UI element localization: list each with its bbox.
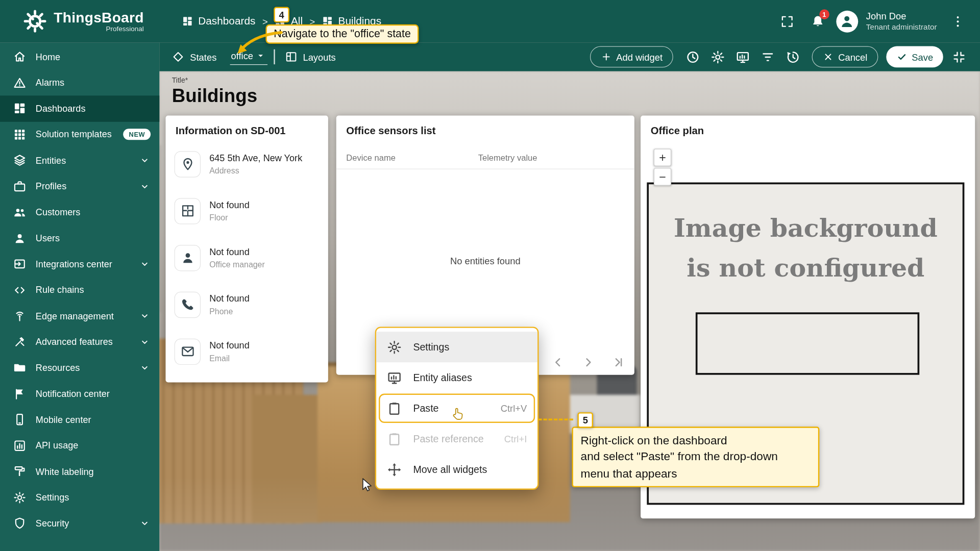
context-menu-move-all-widgets[interactable]: Move all widgets	[376, 454, 537, 485]
sidebar-item-profiles[interactable]: Profiles	[0, 173, 159, 199]
thingsboard-logo-icon	[22, 9, 47, 34]
plus-icon	[601, 51, 612, 62]
check-icon	[896, 51, 908, 62]
breadcrumb-dashboards[interactable]: Dashboards	[182, 15, 255, 27]
annotation-step-number: 5	[577, 412, 593, 428]
sidebar-nav: Home Alarms Dashboards Solution template…	[0, 42, 159, 551]
column-telemetry-value: Telemetry value	[478, 153, 537, 162]
sidebar-item-customers[interactable]: Customers	[0, 199, 159, 226]
gear-icon	[387, 340, 402, 355]
sidebar-item-white-labeling[interactable]: White labeling	[0, 459, 159, 485]
folder-icon	[13, 361, 27, 374]
alarm-warning-icon	[13, 76, 27, 89]
context-menu-settings[interactable]: Settings	[376, 332, 537, 362]
top-header: ThingsBoard Professional Dashboards > Al…	[0, 0, 980, 42]
more-menu-button[interactable]	[945, 9, 970, 34]
zoom-in-button[interactable]: +	[654, 148, 671, 166]
next-page-button[interactable]	[581, 355, 596, 370]
sidebar-item-alarms[interactable]: Alarms	[0, 70, 159, 96]
sidebar-item-edge-management[interactable]: Edge management	[0, 303, 159, 329]
sidebar-item-dashboards[interactable]: Dashboards	[0, 95, 159, 121]
notifications-button[interactable]: 1	[805, 9, 830, 34]
antenna-icon	[13, 309, 27, 322]
save-button[interactable]: Save	[886, 46, 943, 68]
main-area: States office Layouts Add widget	[159, 42, 980, 551]
integration-icon	[13, 258, 27, 271]
email-icon	[180, 344, 194, 359]
toolbar-actions: Add widget	[590, 44, 971, 69]
info-row-email: Not found Email	[165, 328, 328, 375]
sidebar-item-entities[interactable]: Entities	[0, 147, 159, 173]
brand-edition: Professional	[54, 26, 143, 33]
sidebar-item-home[interactable]: Home	[0, 44, 159, 70]
sidebar-item-users[interactable]: Users	[0, 225, 159, 251]
thingsboard-app: ThingsBoard Professional Dashboards > Al…	[0, 0, 980, 551]
chevron-down-icon	[139, 181, 151, 192]
title-field-label: Title*	[172, 76, 257, 84]
sidebar-item-api-usage[interactable]: API usage	[0, 433, 159, 459]
clock-icon	[685, 49, 700, 64]
entities-layers-icon	[13, 154, 27, 167]
annotation-connector-line	[538, 418, 573, 420]
sidebar-item-solution-templates[interactable]: Solution templates NEW	[0, 121, 159, 147]
chevron-down-icon	[139, 310, 151, 322]
entity-aliases-button[interactable]	[730, 44, 755, 69]
widget-information[interactable]: Information on SD-001 645 5th Ave, New Y…	[165, 116, 328, 383]
dashboard-canvas: Title* Buildings Information on SD-001 6…	[159, 71, 980, 551]
cancel-button[interactable]: Cancel	[812, 46, 878, 68]
info-row-office-manager: Not found Office manager	[165, 234, 328, 281]
sidebar-item-notification-center[interactable]: Notification center	[0, 381, 159, 407]
mouse-cursor-icon	[358, 476, 376, 493]
column-device-name: Device name	[346, 153, 478, 162]
person-icon	[13, 232, 27, 245]
shortcut-label: Ctrl+I	[504, 434, 527, 444]
dashboard-context-menu: Settings Entity aliases Paste Ctrl+V Pas…	[375, 327, 539, 490]
new-badge: NEW	[124, 129, 151, 140]
layouts-button[interactable]: Layouts	[285, 51, 336, 63]
sidebar-item-security[interactable]: Security	[0, 510, 159, 536]
table-header-row: Device name Telemetry value	[336, 143, 634, 169]
sidebar-item-resources[interactable]: Resources	[0, 355, 159, 381]
context-menu-paste[interactable]: Paste Ctrl+V	[376, 393, 537, 423]
clipboard-icon	[387, 432, 402, 446]
bar-chart-icon	[13, 439, 27, 453]
timewindow-button[interactable]	[680, 44, 705, 69]
history-icon	[786, 49, 800, 64]
sidebar-item-mobile-center[interactable]: Mobile center	[0, 407, 159, 433]
annotation-step5-text: Right-click on the dashboard and select …	[572, 427, 819, 487]
sidebar-item-settings[interactable]: Settings	[0, 485, 159, 511]
user-avatar[interactable]	[836, 10, 858, 32]
last-page-button[interactable]	[610, 355, 625, 370]
sidebar-item-advanced-features[interactable]: Advanced features	[0, 329, 159, 355]
shield-icon	[13, 517, 27, 530]
chevron-down-icon	[139, 336, 151, 347]
sidebar-item-rule-chains[interactable]: Rule chains	[0, 277, 159, 303]
smartphone-icon	[13, 413, 27, 427]
home-icon	[13, 50, 27, 63]
user-role: Tenant administrator	[866, 22, 937, 32]
dashboard-settings-button[interactable]	[705, 44, 730, 69]
previous-page-button[interactable]	[551, 355, 566, 370]
filters-button[interactable]	[755, 44, 780, 69]
empty-state-text: No entities found	[336, 256, 634, 266]
dashboard-title-field[interactable]: Title* Buildings	[172, 76, 257, 106]
add-widget-button[interactable]: Add widget	[590, 46, 673, 68]
annotation-step4-text: Navigate to the "office" state	[265, 24, 419, 44]
version-history-button[interactable]	[780, 44, 805, 69]
zoom-out-button[interactable]: −	[654, 168, 671, 185]
user-info: John Doe Tenant administrator	[866, 11, 937, 32]
chevron-down-icon	[139, 258, 151, 270]
chevron-down-icon	[139, 155, 151, 166]
context-menu-paste-reference[interactable]: Paste reference Ctrl+I	[376, 423, 537, 454]
notification-count-badge: 1	[819, 9, 829, 19]
info-row-address: 645 5th Ave, New York Address	[165, 141, 328, 188]
widget-title: Office plan	[641, 116, 975, 141]
fullscreen-button[interactable]	[775, 9, 800, 34]
map-zoom-controls: + −	[654, 148, 671, 185]
chevron-down-icon	[139, 517, 151, 529]
layouts-icon	[285, 51, 297, 63]
filter-icon	[761, 49, 775, 64]
sidebar-item-integrations-center[interactable]: Integrations center	[0, 251, 159, 277]
exit-fullscreen-button[interactable]	[946, 44, 971, 69]
context-menu-entity-aliases[interactable]: Entity aliases	[376, 362, 537, 393]
